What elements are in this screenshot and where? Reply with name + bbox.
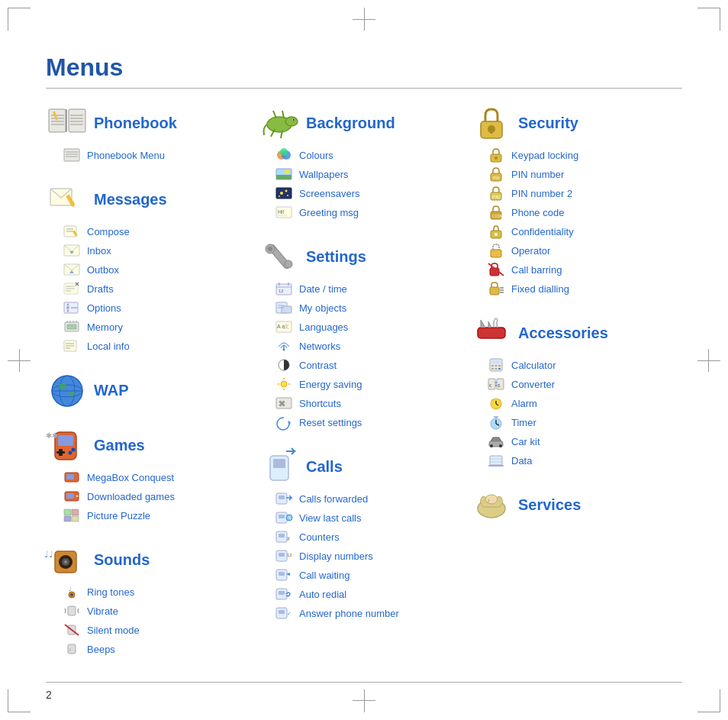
page-content: Menus	[46, 53, 682, 674]
section-title-services: Services	[518, 496, 581, 514]
list-item: My objects	[273, 299, 462, 316]
list-item: Calculator	[485, 357, 675, 373]
svg-point-59	[68, 451, 72, 455]
list-item: Wallpapers	[273, 166, 462, 182]
item-label: Drafts	[87, 283, 114, 295]
greetingmsg-icon: Hi!	[273, 204, 295, 221]
list-item: € $ Converter	[485, 376, 675, 392]
list-item: Keypad locking	[485, 147, 675, 163]
svg-text:✓: ✓	[287, 611, 292, 616]
section-background: Background Colours	[258, 104, 462, 221]
section-header-security: Security	[470, 104, 675, 142]
pinnumber2-icon: PIN2	[485, 185, 507, 202]
svg-text:Hi!: Hi!	[278, 209, 285, 215]
item-label: Call barring	[511, 264, 562, 276]
background-icon	[258, 104, 300, 142]
colours-icon	[273, 147, 295, 163]
svg-point-93	[280, 148, 288, 156]
svg-point-36	[67, 304, 69, 306]
list-item: Hi! Greeting msg	[273, 204, 462, 221]
svg-text:♪: ♪	[69, 647, 72, 652]
localinfo-icon	[61, 337, 82, 354]
svg-point-53	[69, 392, 75, 396]
item-label: Fixed dialling	[511, 283, 569, 295]
item-label: Date / time	[299, 283, 347, 295]
item-label: Vibrate	[87, 605, 118, 617]
list-item: ⌘ Shortcuts	[273, 395, 462, 412]
list-item: Drafts	[61, 280, 250, 297]
item-label: Memory	[87, 321, 123, 333]
top-divider	[46, 88, 682, 89]
item-label: View last calls	[299, 512, 361, 524]
list-item: Timer	[485, 414, 675, 431]
section-items-settings: 12 Date / time	[258, 280, 462, 431]
corner-mark-bl	[8, 689, 31, 712]
list-item: ✓ Answer phone number	[273, 605, 462, 622]
corner-mark-br	[697, 689, 720, 712]
item-label: Options	[87, 302, 121, 314]
section-header-settings: Settings	[258, 237, 462, 276]
item-label: Languages	[299, 321, 348, 333]
section-items-messages: Compose Inbox	[46, 223, 250, 354]
svg-point-98	[280, 192, 283, 195]
list-item: ♪ Beeps	[61, 641, 250, 657]
compose-icon	[61, 223, 82, 240]
svg-rect-115	[282, 306, 292, 313]
item-label: Greeting msg	[299, 207, 359, 218]
svg-rect-62	[66, 474, 74, 479]
list-item: # Counters	[273, 528, 462, 545]
main-columns: Phonebook Phonebook Menu	[46, 104, 682, 674]
svg-rect-147	[279, 572, 285, 576]
pinnumber-icon: PIN	[485, 166, 507, 182]
svg-point-100	[287, 195, 288, 196]
section-calls: Calls Calls forwarded	[258, 447, 462, 622]
svg-rect-67	[72, 509, 79, 515]
list-item: Reset settings	[273, 414, 462, 431]
svg-rect-141	[279, 534, 285, 538]
calls-icon	[258, 447, 300, 486]
wap-icon	[46, 371, 88, 409]
section-sounds: ♩♩ Sounds	[46, 541, 250, 657]
item-label: Calls forwarded	[299, 493, 368, 505]
item-label: Operator	[511, 245, 550, 257]
megabox-icon	[61, 469, 82, 486]
svg-point-123	[281, 381, 287, 387]
section-services: ♪ Services	[470, 486, 675, 524]
list-item: Local info	[61, 337, 250, 354]
carkit-icon	[485, 433, 507, 450]
drafts-icon	[61, 280, 82, 297]
section-header-messages: Messages	[46, 180, 250, 218]
list-item: Contrast	[273, 357, 462, 373]
svg-point-101	[279, 195, 280, 197]
languages-icon: A a 文	[273, 318, 295, 335]
item-label: Call waiting	[299, 570, 350, 581]
datetime-icon: 12	[273, 280, 295, 297]
list-item: Phonebook Menu	[61, 147, 250, 163]
svg-point-157	[494, 157, 498, 160]
section-items-background: Colours Wallpapers	[258, 147, 462, 221]
alarm-icon	[485, 395, 507, 412]
section-title-phonebook: Phonebook	[94, 115, 177, 132]
downloaded-games-icon	[61, 488, 82, 505]
section-items-accessories: Calculator € $ Converter	[470, 357, 675, 469]
svg-rect-134	[279, 496, 285, 499]
item-label: Timer	[511, 417, 536, 428]
inbox-icon	[61, 242, 82, 259]
item-label: Ring tones	[87, 586, 134, 598]
item-label: PIN number	[511, 169, 564, 180]
section-phonebook: Phonebook Phonebook Menu	[46, 104, 250, 163]
page-number: 2	[46, 689, 682, 701]
svg-rect-181	[498, 368, 501, 370]
svg-point-52	[59, 383, 66, 389]
svg-text:PIN: PIN	[493, 176, 500, 180]
section-header-sounds: ♩♩ Sounds	[46, 541, 250, 579]
section-header-accessories: Accessories	[470, 314, 675, 352]
list-item: PIN2 PIN number 2	[485, 185, 675, 202]
section-header-games: ✱✱ Games	[46, 426, 250, 464]
callwaiting-icon	[273, 567, 295, 583]
svg-rect-12	[64, 149, 79, 161]
svg-rect-95	[276, 175, 292, 179]
section-title-settings: Settings	[306, 248, 366, 266]
energysaving-icon	[273, 376, 295, 392]
crosshair-right-v	[697, 360, 720, 361]
